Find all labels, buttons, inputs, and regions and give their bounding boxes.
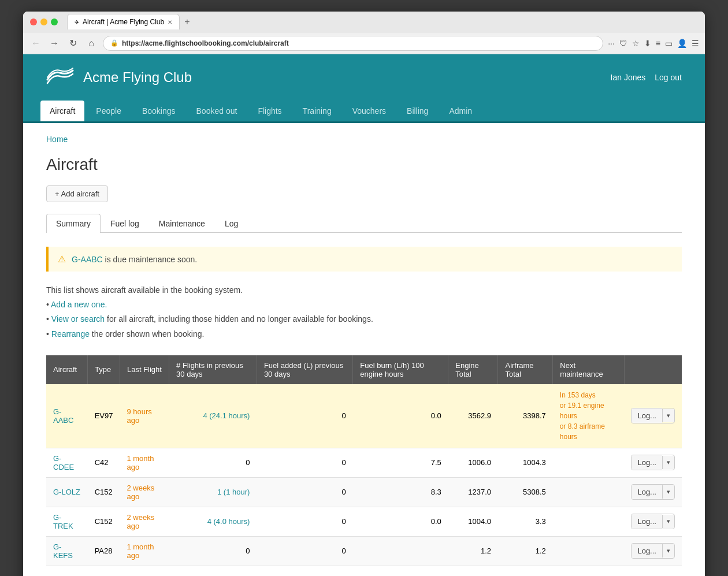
flights-link-2[interactable]: 1 (1 hour) — [217, 488, 250, 496]
reload-button[interactable]: ↻ — [66, 36, 80, 50]
log-button-2[interactable]: Log... ▾ — [631, 484, 675, 500]
account-icon[interactable]: 👤 — [677, 39, 687, 48]
log-main-btn-1[interactable]: Log... — [632, 455, 662, 470]
nav-item-flights[interactable]: Flights — [248, 101, 291, 121]
table-row: G-AABC EV97 9 hours ago 4 (24.1 hours) 0… — [46, 384, 682, 448]
info-search-line: • View or search for all aircraft, inclu… — [46, 312, 682, 326]
cell-flights-30-3: 4 (4.0 hours) — [169, 507, 257, 536]
cell-type-4: PA28 — [88, 536, 120, 566]
log-button-1[interactable]: Log... ▾ — [631, 455, 675, 470]
cell-last-flight-3: 2 weeks ago — [120, 507, 169, 536]
nav-item-aircraft[interactable]: Aircraft — [40, 101, 84, 121]
forward-button[interactable]: → — [47, 36, 61, 50]
aircraft-link-3[interactable]: G-TREK — [53, 513, 73, 530]
col-header-next-maintenance: Next maintenance — [553, 355, 625, 384]
rearrange-link[interactable]: Rearrange — [51, 329, 90, 339]
log-dropdown-btn-4[interactable]: ▾ — [662, 544, 674, 558]
col-header-flights-30: # Flights in previous 30 days — [169, 355, 257, 384]
reading-list-icon[interactable]: ≡ — [656, 39, 660, 48]
cell-flights-30-4: 0 — [169, 536, 257, 566]
col-header-aircraft: Aircraft — [46, 355, 88, 384]
more-icon[interactable]: ··· — [608, 39, 615, 48]
browser-toolbar: ← → ↻ ⌂ 🔒 https://acme.flightschoolbooki… — [23, 32, 705, 54]
log-main-btn-3[interactable]: Log... — [632, 514, 662, 529]
address-bar[interactable]: 🔒 https://acme.flightschoolbooking.com/c… — [103, 36, 603, 51]
info-add-line: • Add a new one. — [46, 298, 682, 312]
time-ago-0: 9 hours ago — [127, 407, 151, 425]
log-main-btn-2[interactable]: Log... — [632, 485, 662, 499]
page-title: Aircraft — [46, 155, 682, 174]
cell-fuel-burn-3: 0.0 — [353, 507, 448, 536]
log-dropdown-btn-0[interactable]: ▾ — [662, 409, 674, 422]
aircraft-link-4[interactable]: G-KEFS — [53, 542, 73, 560]
sidebar-icon[interactable]: ▭ — [665, 39, 673, 48]
log-button-3[interactable]: Log... ▾ — [631, 514, 675, 529]
nav-item-training[interactable]: Training — [294, 101, 341, 121]
cell-aircraft-2: G-LOLZ — [46, 477, 88, 507]
tab-log[interactable]: Log — [215, 214, 248, 233]
log-dropdown-btn-3[interactable]: ▾ — [662, 515, 674, 528]
cell-aircraft-3: G-TREK — [46, 507, 88, 536]
add-new-link[interactable]: Add a new one. — [51, 300, 107, 309]
tab-summary[interactable]: Summary — [46, 214, 101, 233]
star-icon[interactable]: ☆ — [632, 39, 640, 48]
cell-fuel-burn-0: 0.0 — [353, 384, 448, 448]
nav-item-admin[interactable]: Admin — [440, 101, 481, 121]
home-button[interactable]: ⌂ — [84, 36, 98, 50]
tab-bar: ✈ Aircraft | Acme Flying Club ✕ + — [67, 14, 698, 29]
nav-item-people[interactable]: People — [87, 101, 131, 121]
new-tab-button[interactable]: + — [180, 17, 194, 27]
table-row: G-LOLZ C152 2 weeks ago 1 (1 hour) 0 8.3… — [46, 477, 682, 507]
nav-item-vouchers[interactable]: Vouchers — [343, 101, 395, 121]
cell-last-flight-4: 1 month ago — [120, 536, 169, 566]
log-button-4[interactable]: Log... ▾ — [631, 543, 675, 559]
browser-tab[interactable]: ✈ Aircraft | Acme Flying Club ✕ — [67, 14, 180, 29]
logout-link[interactable]: Log out — [655, 73, 682, 82]
aircraft-link-0[interactable]: G-AABC — [53, 407, 73, 425]
back-button[interactable]: ← — [29, 36, 43, 50]
cell-actions-0: Log... ▾ — [624, 384, 682, 448]
download-icon[interactable]: ⬇ — [644, 39, 651, 48]
maintenance-alert: ⚠ G-AABC is due maintenance soon. — [46, 247, 682, 272]
cell-type-3: C152 — [88, 507, 120, 536]
log-button-0[interactable]: Log... ▾ — [631, 408, 675, 423]
alert-aircraft-link[interactable]: G-AABC — [72, 255, 103, 264]
flights-link-3[interactable]: 4 (4.0 hours) — [207, 517, 250, 526]
tab-maintenance[interactable]: Maintenance — [149, 214, 215, 233]
log-main-btn-0[interactable]: Log... — [632, 408, 662, 423]
cell-fuel-added-3: 0 — [257, 507, 352, 536]
cell-next-maintenance-2 — [553, 477, 625, 507]
log-dropdown-btn-2[interactable]: ▾ — [662, 485, 674, 499]
cell-flights-30-1: 0 — [169, 448, 257, 477]
info-rearrange-line: • Rearrange the order shown when booking… — [46, 327, 682, 341]
cell-fuel-burn-4 — [353, 536, 448, 566]
close-button[interactable] — [30, 18, 37, 25]
rearrange-link-desc: the order shown when booking. — [90, 329, 204, 339]
col-header-airframe-total: Airframe Total — [498, 355, 553, 384]
maximize-button[interactable] — [51, 18, 58, 25]
flights-link-0[interactable]: 4 (24.1 hours) — [203, 411, 250, 420]
menu-icon[interactable]: ☰ — [692, 39, 699, 48]
log-main-btn-4[interactable]: Log... — [632, 544, 662, 558]
view-search-link[interactable]: View or search — [51, 314, 105, 324]
aircraft-table: Aircraft Type Last Flight # Flights in p… — [46, 355, 682, 566]
cell-type-2: C152 — [88, 477, 120, 507]
sub-tabs: Summary Fuel log Maintenance Log — [46, 214, 682, 233]
logo-icon — [46, 66, 74, 89]
cell-airframe-total-3: 3.3 — [498, 507, 553, 536]
add-aircraft-button[interactable]: + Add aircraft — [46, 185, 108, 202]
nav-item-billing[interactable]: Billing — [398, 101, 437, 121]
table-row: G-TREK C152 2 weeks ago 4 (4.0 hours) 0 … — [46, 507, 682, 536]
cell-actions-3: Log... ▾ — [624, 507, 682, 536]
lock-icon: 🔒 — [110, 39, 118, 47]
aircraft-link-1[interactable]: G-CDEE — [53, 454, 74, 471]
nav-item-bookings[interactable]: Bookings — [133, 101, 185, 121]
tab-close-icon[interactable]: ✕ — [168, 19, 172, 25]
minimize-button[interactable] — [40, 18, 47, 25]
log-dropdown-btn-1[interactable]: ▾ — [662, 456, 674, 469]
breadcrumb-home[interactable]: Home — [46, 135, 68, 144]
nav-item-booked-out[interactable]: Booked out — [187, 101, 247, 121]
aircraft-link-2[interactable]: G-LOLZ — [53, 488, 80, 496]
tab-fuel-log[interactable]: Fuel log — [101, 214, 149, 233]
alert-content: G-AABC is due maintenance soon. — [72, 255, 197, 264]
